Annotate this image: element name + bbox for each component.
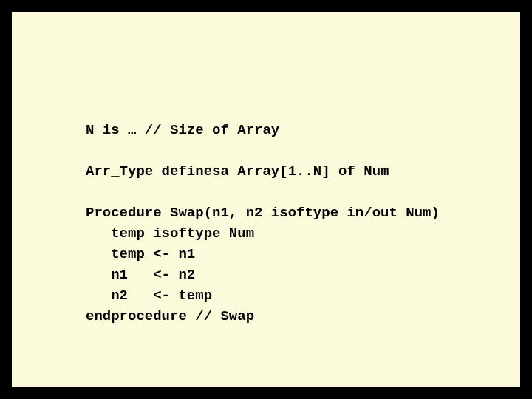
code-line: n1 <- n2 <box>86 267 195 283</box>
code-line: Arr_Type definesa Array[1..N] of Num <box>86 163 389 180</box>
pseudocode-block: N is … // Size of Array Arr_Type defines… <box>86 99 440 347</box>
slide-frame: N is … // Size of Array Arr_Type defines… <box>9 9 523 390</box>
code-line: Procedure Swap(n1, n2 isoftype in/out Nu… <box>86 205 440 221</box>
code-line: n2 <- temp <box>86 287 212 304</box>
code-line: endprocedure // Swap <box>86 308 254 324</box>
code-line: N is … // Size of Array <box>86 122 279 138</box>
code-line: temp isoftype Num <box>86 225 254 242</box>
code-line: temp <- n1 <box>86 246 195 262</box>
